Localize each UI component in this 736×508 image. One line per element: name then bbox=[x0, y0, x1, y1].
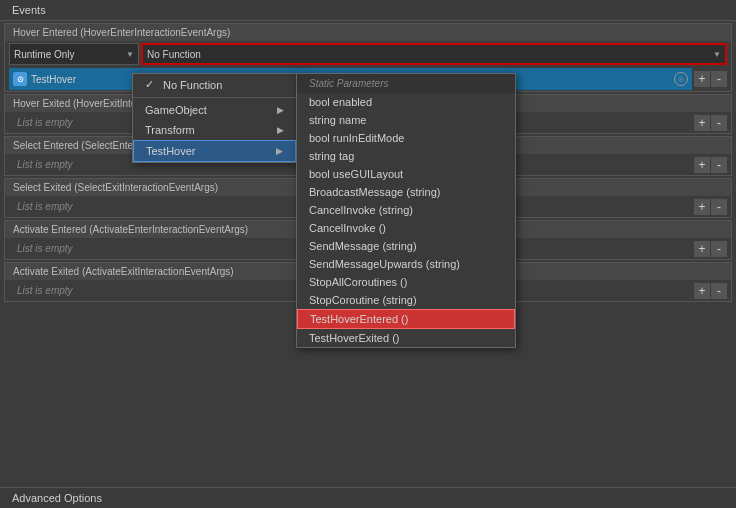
runtime-label: Runtime Only bbox=[14, 49, 75, 60]
select-entered-plus-button[interactable]: + bbox=[694, 157, 710, 173]
no-function-label: No Function bbox=[163, 79, 222, 91]
function-dropdown[interactable]: No Function ▼ bbox=[141, 43, 727, 65]
submenu-item-bool-run[interactable]: bool runInEditMode bbox=[297, 129, 515, 147]
main-container: Events Hover Entered (HoverEnterInteract… bbox=[0, 0, 736, 508]
function-arrow-icon: ▼ bbox=[713, 50, 721, 59]
dropdown-item-gameobject[interactable]: GameObject ▶ bbox=[133, 100, 296, 120]
events-header: Events bbox=[0, 0, 736, 21]
runtime-dropdown[interactable]: Runtime Only ▼ bbox=[9, 43, 139, 65]
testhover-submenu: Static Parameters bool enabled string na… bbox=[296, 73, 516, 348]
dropdown-item-testhover[interactable]: TestHover ▶ bbox=[133, 140, 296, 162]
events-label: Events bbox=[12, 4, 46, 16]
function-dropdown-menu: ✓ No Function GameObject ▶ Transform ▶ T… bbox=[132, 73, 297, 163]
activate-entered-minus-button[interactable]: - bbox=[711, 241, 727, 257]
events-content: Hover Entered (HoverEnterInteractionEven… bbox=[0, 21, 736, 508]
submenu-item-broadcast[interactable]: BroadcastMessage (string) bbox=[297, 183, 515, 201]
testhover-label: TestHover bbox=[146, 145, 196, 157]
activate-entered-plus-button[interactable]: + bbox=[694, 241, 710, 257]
submenu-item-test-hover-exited[interactable]: TestHoverExited () bbox=[297, 329, 515, 347]
testhover-arrow-icon: ▶ bbox=[276, 146, 283, 156]
advanced-options-section: Advanced Options bbox=[0, 487, 736, 508]
submenu-item-test-hover-entered[interactable]: TestHoverEntered () bbox=[297, 309, 515, 329]
transform-arrow-icon: ▶ bbox=[277, 125, 284, 135]
activate-exited-plus-button[interactable]: + bbox=[694, 283, 710, 299]
hover-entered-body: Runtime Only ▼ No Function ▼ bbox=[5, 41, 731, 67]
gameobject-arrow-icon: ▶ bbox=[277, 105, 284, 115]
select-exited-minus-button[interactable]: - bbox=[711, 199, 727, 215]
submenu-item-bool-enabled[interactable]: bool enabled bbox=[297, 93, 515, 111]
function-label: No Function bbox=[147, 49, 201, 60]
hover-exited-minus-button[interactable]: - bbox=[711, 115, 727, 131]
submenu-item-string-name[interactable]: string name bbox=[297, 111, 515, 129]
submenu-item-string-tag[interactable]: string tag bbox=[297, 147, 515, 165]
dropdown-item-transform[interactable]: Transform ▶ bbox=[133, 120, 296, 140]
object-icon: ⊙ bbox=[13, 72, 27, 86]
advanced-options-label: Advanced Options bbox=[12, 492, 102, 504]
select-entered-controls: + - bbox=[694, 157, 727, 173]
hover-exited-plus-button[interactable]: + bbox=[694, 115, 710, 131]
activate-entered-empty: List is empty bbox=[9, 240, 81, 257]
gameobject-label: GameObject bbox=[145, 104, 207, 116]
select-entered-minus-button[interactable]: - bbox=[711, 157, 727, 173]
activate-exited-controls: + - bbox=[694, 283, 727, 299]
select-exited-empty: List is empty bbox=[9, 198, 81, 215]
select-exited-plus-button[interactable]: + bbox=[694, 199, 710, 215]
submenu-static-header: Static Parameters bbox=[297, 74, 515, 93]
hover-exited-controls: + - bbox=[694, 115, 727, 131]
submenu-item-stop-coroutine[interactable]: StopCoroutine (string) bbox=[297, 291, 515, 309]
select-entered-empty: List is empty bbox=[9, 156, 81, 173]
submenu-item-send-message[interactable]: SendMessage (string) bbox=[297, 237, 515, 255]
dropdown-item-no-function[interactable]: ✓ No Function bbox=[133, 74, 296, 95]
transform-label: Transform bbox=[145, 124, 195, 136]
hover-exited-empty: List is empty bbox=[9, 114, 81, 131]
activate-exited-minus-button[interactable]: - bbox=[711, 283, 727, 299]
submenu-item-stop-all[interactable]: StopAllCoroutines () bbox=[297, 273, 515, 291]
activate-exited-empty: List is empty bbox=[9, 282, 81, 299]
activate-entered-controls: + - bbox=[694, 241, 727, 257]
hover-entered-plus-button[interactable]: + bbox=[694, 71, 710, 87]
hover-entered-title: Hover Entered (HoverEnterInteractionEven… bbox=[5, 24, 731, 41]
object-select-icon[interactable]: ◎ bbox=[674, 72, 688, 86]
hover-entered-controls: + - bbox=[694, 71, 727, 87]
submenu-item-send-message-up[interactable]: SendMessageUpwards (string) bbox=[297, 255, 515, 273]
check-icon: ✓ bbox=[145, 78, 155, 91]
select-exited-controls: + - bbox=[694, 199, 727, 215]
submenu-item-bool-gui[interactable]: bool useGUILayout bbox=[297, 165, 515, 183]
submenu-item-cancel-invoke-str[interactable]: CancelInvoke (string) bbox=[297, 201, 515, 219]
hover-entered-minus-button[interactable]: - bbox=[711, 71, 727, 87]
dropdown-divider-1 bbox=[133, 97, 296, 98]
submenu-item-cancel-invoke[interactable]: CancelInvoke () bbox=[297, 219, 515, 237]
runtime-arrow-icon: ▼ bbox=[126, 50, 134, 59]
